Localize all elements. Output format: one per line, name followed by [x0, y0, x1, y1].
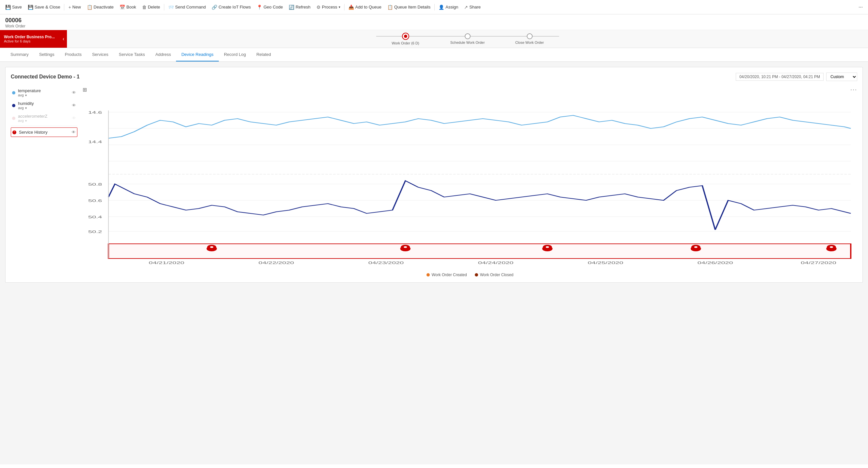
humidity-agg: avg ▾	[18, 106, 34, 110]
period-select[interactable]: Last Hour Last Day Last Week Custom	[826, 72, 857, 81]
temperature-label: temperature	[18, 88, 41, 93]
bpf-stage-label-3: Close Work Order	[515, 40, 544, 45]
chart-container: Connected Device Demo - 1 04/20/2020, 10…	[5, 67, 863, 283]
svg-text:04/21/2020: 04/21/2020	[149, 261, 185, 265]
add-to-queue-button[interactable]: 📥 Add to Queue	[346, 3, 384, 11]
work-order-created-label: Work Order Created	[432, 272, 467, 277]
humidity-visibility-icon[interactable]: 👁	[72, 103, 76, 108]
more-button[interactable]: ⋯	[856, 3, 865, 11]
work-order-closed-label: Work Order Closed	[480, 272, 514, 277]
humidity-dot	[12, 104, 16, 107]
service-history-visibility-icon[interactable]: 👁	[71, 130, 76, 135]
service-history-label: Service History	[19, 130, 48, 135]
accelerometerZ-visibility-icon[interactable]: 👁	[72, 116, 76, 121]
queue-item-details-button[interactable]: 📋 Queue Item Details	[385, 3, 433, 11]
new-button[interactable]: + New	[66, 3, 83, 11]
footer-legend-work-order-closed: Work Order Closed	[475, 272, 514, 277]
delete-button[interactable]: 🗑 Delete	[140, 3, 163, 11]
svg-text:04/25/2020: 04/25/2020	[588, 261, 623, 265]
legend-item-left-accel: accelerometerZ avg ▾	[12, 114, 48, 122]
tab-summary[interactable]: Summary	[5, 48, 34, 61]
geo-code-button[interactable]: 📍 Geo Code	[254, 3, 285, 11]
temperature-dot	[12, 91, 16, 94]
tab-related[interactable]: Related	[251, 48, 276, 61]
main-content: Connected Device Demo - 1 04/20/2020, 10…	[0, 62, 868, 464]
save-close-button[interactable]: 💾 Save & Close	[25, 3, 63, 11]
chart-area: ⊞ ··· 14.6 14.4	[83, 86, 857, 277]
svg-text:04/22/2020: 04/22/2020	[259, 261, 294, 265]
date-range-display: 04/20/2020, 10:21 PM - 04/27/2020, 04:21…	[736, 73, 824, 81]
record-number: 00006	[5, 17, 863, 24]
process-dropdown-icon: ▾	[339, 5, 340, 9]
more-icon: ⋯	[859, 5, 863, 9]
bpf-stage-close[interactable]: Close Work Order	[500, 33, 559, 45]
svg-rect-0	[83, 96, 857, 269]
accelerometerZ-label: accelerometerZ	[18, 114, 48, 119]
bpf-collapse-button[interactable]: ‹	[60, 30, 67, 48]
accelerometerZ-dot	[12, 117, 16, 120]
legend-item-humidity[interactable]: humidity avg ▾ 👁	[11, 99, 78, 112]
save-icon: 💾	[5, 5, 11, 10]
book-icon: 📅	[120, 5, 125, 10]
svg-text:50.4: 50.4	[88, 215, 102, 219]
bpf-stage-label-2: Schedule Work Order	[450, 40, 485, 45]
temperature-visibility-icon[interactable]: 👁	[72, 90, 76, 95]
bpf-active-stage[interactable]: Work Order Business Pro... Active for 6 …	[0, 30, 60, 48]
chevron-down-icon-2: ▾	[25, 106, 27, 110]
send-command-button[interactable]: 📨 Send Command	[165, 3, 208, 11]
chart-svg: 14.6 14.4 50.8 50	[83, 96, 857, 269]
share-icon: ↗	[464, 5, 468, 10]
refresh-button[interactable]: 🔄 Refresh	[286, 3, 313, 11]
process-button[interactable]: ⚙ Process ▾	[314, 3, 343, 11]
legend-item-left-temp: temperature avg ▾	[12, 88, 41, 97]
assign-button[interactable]: 👤 Assign	[436, 3, 461, 11]
humidity-label: humidity	[18, 101, 34, 106]
legend-item-service-history[interactable]: 📍 Service History 👁	[11, 127, 78, 137]
svg-point-23	[210, 246, 213, 248]
bpf-stages: Work Order (6 D) Schedule Work Order Clo…	[67, 30, 868, 48]
chevron-down-icon-3: ▾	[25, 119, 27, 122]
create-iot-flows-button[interactable]: 🔗 Create IoT Flows	[209, 3, 253, 11]
deactivate-button[interactable]: 📋 Deactivate	[84, 3, 116, 11]
bpf-stage-circle-2	[465, 33, 471, 39]
chart-title: Connected Device Demo - 1	[11, 74, 80, 80]
chart-controls: ⊞ ···	[83, 86, 857, 93]
bpf-stage-info: Active for 6 days	[4, 39, 55, 43]
tab-service-tasks[interactable]: Service Tasks	[114, 48, 150, 61]
chart-footer: Work Order Created Work Order Closed	[83, 272, 857, 277]
svg-point-26	[694, 246, 698, 248]
add-queue-icon: 📥	[348, 5, 354, 10]
legend-item-left-humidity: humidity avg ▾	[12, 101, 34, 110]
tab-services[interactable]: Services	[87, 48, 114, 61]
svg-point-27	[830, 246, 833, 248]
bpf-stage-label-1: Work Order (6 D)	[392, 41, 419, 45]
svg-text:14.6: 14.6	[88, 111, 102, 115]
accelerometerZ-agg: avg ▾	[18, 119, 48, 122]
svg-text:50.6: 50.6	[88, 199, 102, 203]
tab-products[interactable]: Products	[60, 48, 87, 61]
record-type: Work Order	[5, 24, 863, 28]
deactivate-icon: 📋	[87, 5, 92, 10]
tab-device-readings[interactable]: Device Readings	[176, 48, 218, 61]
work-order-closed-dot	[475, 273, 478, 276]
tab-record-log[interactable]: Record Log	[219, 48, 251, 61]
tab-settings[interactable]: Settings	[34, 48, 60, 61]
save-button[interactable]: 💾 Save	[3, 3, 25, 11]
chart-more-icon[interactable]: ···	[850, 86, 857, 93]
delete-icon: 🗑	[142, 5, 147, 10]
bpf-stage-schedule[interactable]: Schedule Work Order	[435, 33, 500, 45]
legend-item-accelerometerZ[interactable]: accelerometerZ avg ▾ 👁	[11, 112, 78, 124]
bpf-stage-circle-1	[402, 33, 409, 40]
book-button[interactable]: 📅 Book	[117, 3, 139, 11]
tab-address[interactable]: Address	[150, 48, 176, 61]
bpf-stage-name: Work Order Business Pro...	[4, 35, 55, 39]
layers-icon[interactable]: ⊞	[83, 87, 87, 93]
bpf-stage-work-order[interactable]: Work Order (6 D)	[376, 33, 435, 45]
share-button[interactable]: ↗ Share	[461, 3, 483, 11]
svg-text:04/24/2020: 04/24/2020	[478, 261, 514, 265]
toolbar-separator-3	[344, 4, 344, 10]
legend-item-temperature[interactable]: temperature avg ▾ 👁	[11, 86, 78, 99]
chevron-down-icon: ▾	[25, 93, 27, 97]
legend-divider	[11, 126, 78, 126]
nav-tabs: Summary Settings Products Services Servi…	[0, 48, 868, 62]
